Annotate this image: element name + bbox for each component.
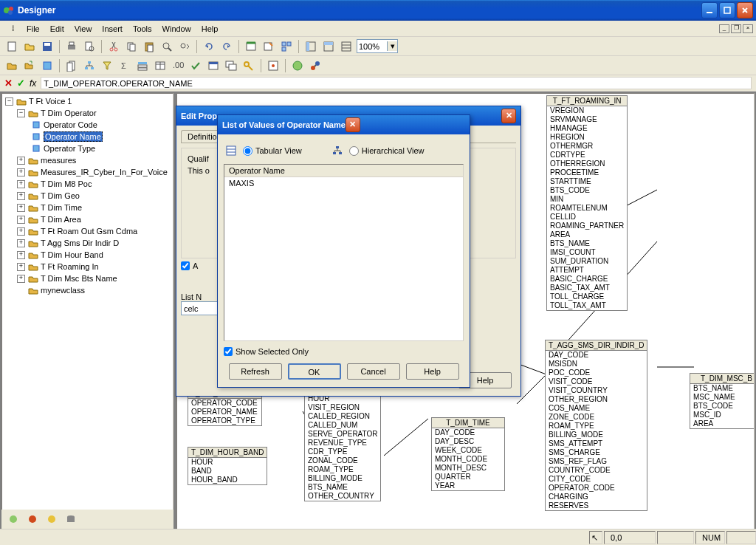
paste-icon[interactable] [142,39,157,54]
check-icon[interactable] [188,58,203,73]
redo-icon[interactable] [219,39,234,54]
menu-insert[interactable]: Insert [97,23,127,35]
lov-column-header[interactable]: Operator Name [224,165,463,177]
tree-item[interactable]: +T Ft Roam Out Gsm Cdma [4,225,171,237]
zoom-dropdown-icon[interactable]: ▾ [387,41,397,51]
pointer-status-icon: ↖ [589,531,602,544]
run-icon[interactable] [244,39,258,54]
db-table[interactable]: DAY_CODEHOURVISIT_REGIONCALLED_REGIONCAL… [304,385,381,501]
db-table[interactable]: T_DIM_HOUR_BANDHOURBANDHOUR_BAND [188,447,267,485]
tree-item[interactable]: +T Agg Sms Dir Indir D [4,237,171,249]
class-icon[interactable] [4,58,19,73]
menu-tools[interactable]: Tools [128,23,157,35]
panel3-icon[interactable] [339,39,354,54]
tree-item[interactable]: +T Dim Area [4,213,171,225]
tree-item[interactable]: Operator Type [4,143,171,154]
hierarchical-view-radio[interactable] [349,146,359,156]
preview-icon[interactable] [82,39,97,54]
precision-icon[interactable]: .00 [171,58,185,73]
condition-icon[interactable] [100,58,114,73]
hierarchy-icon[interactable] [82,58,97,73]
lov-close-button[interactable]: ✕ [346,117,360,132]
fx-icon[interactable]: fx [30,78,36,89]
tree-item[interactable]: Operator Code [4,119,171,131]
tree-item[interactable]: +T Ft Roaming In [4,261,171,272]
red-marker-icon[interactable] [25,512,40,527]
window-icon[interactable] [206,58,221,73]
formula-input[interactable] [41,77,752,89]
minimize-button[interactable] [701,2,718,18]
subclass-icon[interactable] [22,58,37,73]
tree-item[interactable]: +measures [4,154,171,166]
tree-item-selected[interactable]: Operator Name [4,131,171,143]
leaf-icon[interactable] [6,512,21,527]
universe-icon[interactable] [290,58,305,73]
formula-cancel-icon[interactable]: ✕ [4,78,13,89]
tree-root[interactable]: −T Ft Voice 1 [4,95,171,107]
find-next-icon[interactable] [177,39,192,54]
views-icon[interactable] [279,39,294,54]
cut-icon[interactable] [106,39,121,54]
close-button[interactable] [737,2,753,18]
tree-item[interactable]: +T Dim Geo [4,190,171,202]
menu-view[interactable]: View [70,23,97,35]
tree-open-class[interactable]: −T Dim Operator [4,107,171,119]
yellow-marker-icon[interactable] [44,512,59,527]
tree-item[interactable]: +T Dim Time [4,202,171,213]
table-icon[interactable] [153,58,168,73]
find-icon[interactable] [159,39,174,54]
mdi-close[interactable]: × [743,24,753,33]
cancel-button[interactable]: Cancel [347,363,400,380]
db-table[interactable]: T_AGG_SMS_DIR_INDIR_DDAY_CODEMSISDNPOC_C… [545,340,647,511]
export-icon[interactable] [261,39,276,54]
print-icon[interactable] [64,39,79,54]
database-icon[interactable] [63,512,78,527]
undo-icon[interactable] [202,39,216,54]
new-icon[interactable] [4,39,19,54]
window2-icon[interactable] [224,58,238,73]
panel1-icon[interactable] [303,39,318,54]
menu-help[interactable]: Help [197,23,223,35]
mdi-restore[interactable]: ❐ [731,24,741,33]
menu-file[interactable]: File [22,23,44,35]
menu-window[interactable]: Window [158,23,196,35]
svg-rect-41 [138,65,147,67]
maximize-button[interactable] [719,2,735,18]
tree-item[interactable]: mynewclass [4,284,171,296]
db-table[interactable]: T_FT_ROAMING_INVREGIONSRVMANAGEHMANAGEHR… [546,95,628,311]
formula-accept-icon[interactable]: ✓ [17,78,25,89]
copy-icon[interactable] [124,39,139,54]
svg-rect-59 [33,134,39,140]
open-icon[interactable] [22,39,37,54]
properties-icon[interactable] [266,58,281,73]
tabular-view-radio[interactable] [243,146,252,156]
key-icon[interactable] [241,58,256,73]
tree-item[interactable]: +T Dim Hour Band [4,249,171,261]
show-selected-checkbox[interactable] [224,347,233,356]
lov-icon[interactable] [135,58,150,73]
tree-item[interactable]: +T Dim Msc Bts Name [4,272,171,284]
save-icon[interactable] [40,39,55,54]
panel2-icon[interactable] [321,39,336,54]
assoc-checkbox[interactable] [181,261,190,270]
db-table[interactable]: T_DIM_TIMEDAY_CODEDAY_DESCWEEK_CODEMONTH… [431,417,505,491]
ok-button[interactable]: OK [288,363,341,380]
tree-pane[interactable]: −T Ft Voice 1 −T Dim Operator Operator C… [1,93,173,538]
connection-icon[interactable] [308,58,323,73]
db-table[interactable]: T_DIM_MSC_BBTS_NAMEMSC_NAMEBTS_CODEMSC_I… [690,373,755,429]
aggregate-icon[interactable]: Σ [117,58,132,73]
dimension-icon[interactable] [40,58,55,73]
lov-list[interactable]: Operator Name MAXIS [224,164,464,341]
detail-icon[interactable] [64,58,79,73]
zoom-input[interactable] [357,42,387,51]
zoom-combo[interactable]: ▾ [357,39,398,53]
lov-row[interactable]: MAXIS [224,177,463,189]
tree-item[interactable]: +T Dim M8 Poc [4,178,171,190]
edit-prop-close-button[interactable]: ✕ [501,109,516,123]
help-button[interactable]: Help [406,363,459,380]
refresh-button[interactable]: Refresh [229,363,282,380]
tree-item[interactable]: +Measures_IR_Cyber_In_For_Voice [4,166,171,178]
svg-point-20 [181,44,185,48]
menu-edit[interactable]: Edit [46,23,69,35]
mdi-minimize[interactable]: _ [719,24,729,33]
